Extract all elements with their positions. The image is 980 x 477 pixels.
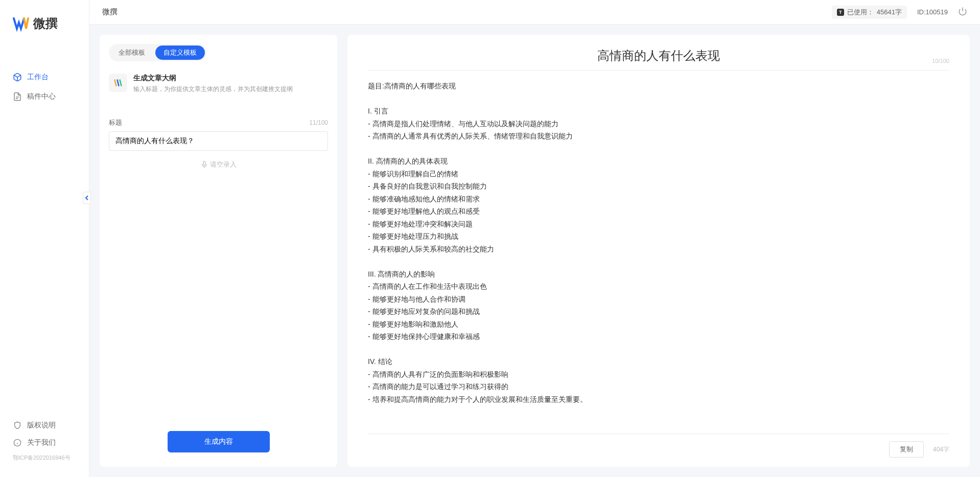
sidebar-footer: 版权说明 关于我们 鄂ICP备2022016946号 [0,417,89,477]
char-count: 404字 [933,445,949,454]
usage-label: 已使用： [847,8,874,17]
nav-workbench[interactable]: 工作台 [0,67,89,87]
sidebar: 微撰 工作台 稿件中心 版权说明 [0,0,89,477]
header: 微撰 T 已使用： 45641字 ID:100519 [89,0,980,25]
panel-right: 高情商的人有什么表现 10/100 题目:高情商的人有哪些表现 I. 引言 - … [347,35,970,467]
tabs: 全部模板 自定义模板 [109,44,206,61]
voice-hint[interactable]: 请空录入 [109,151,328,178]
output-body: 题目:高情商的人有哪些表现 I. 引言 - 高情商是指人们处理情绪、与他人互动以… [368,80,949,428]
header-right: T 已使用： 45641字 ID:100519 [832,6,967,19]
form-label: 标题 [109,118,122,127]
tab-custom-templates[interactable]: 自定义模板 [155,46,205,60]
title-input[interactable] [109,131,328,151]
template-icon [109,74,127,92]
doc-icon [13,92,22,101]
user-id: ID:100519 [917,8,948,16]
output-title: 高情商的人有什么表现 [597,48,720,64]
nav-label: 工作台 [27,73,49,82]
output-header: 高情商的人有什么表现 10/100 [368,48,949,71]
logo-text: 微撰 [33,15,58,32]
panel-left: 全部模板 自定义模板 生成文章大纲 输入标题，为你提供文章主体的灵感，并为其创建… [100,35,337,467]
logo-icon [13,15,29,32]
generate-button[interactable]: 生成内容 [168,431,270,452]
info-icon [13,438,22,447]
shield-icon [13,421,22,430]
collapse-handle[interactable] [83,192,91,204]
form-counter: 11/100 [309,119,328,126]
logo: 微撰 [0,0,89,42]
mic-icon [201,161,208,168]
nav-label: 关于我们 [27,438,56,447]
tab-all-templates[interactable]: 全部模板 [110,46,153,60]
nav-copyright[interactable]: 版权说明 [0,417,89,434]
chevron-left-icon [85,195,89,200]
nav: 工作台 稿件中心 [0,42,89,417]
header-title: 微撰 [102,7,118,17]
template-title: 生成文章大纲 [133,74,293,83]
usage-badge: T 已使用： 45641字 [832,6,907,19]
main: 微撰 T 已使用： 45641字 ID:100519 全部模板 自定义模板 [89,0,980,477]
nav-drafts[interactable]: 稿件中心 [0,87,89,106]
content: 全部模板 自定义模板 生成文章大纲 输入标题，为你提供文章主体的灵感，并为其创建… [89,25,980,477]
icp-text: 鄂ICP备2022016946号 [0,451,89,467]
form-label-row: 标题 11/100 [109,118,328,127]
template-card: 生成文章大纲 输入标题，为你提供文章主体的灵感，并为其创建推文提纲 [109,71,328,103]
nav-about[interactable]: 关于我们 [0,434,89,451]
box-icon [13,73,22,82]
output-title-counter: 10/100 [932,58,949,64]
voice-hint-text: 请空录入 [210,160,237,169]
nav-label: 稿件中心 [27,92,56,101]
usage-value: 45641字 [877,8,902,17]
form-section: 标题 11/100 [109,118,328,151]
text-badge-icon: T [837,9,844,16]
template-desc: 输入标题，为你提供文章主体的灵感，并为其创建推文提纲 [133,85,293,94]
power-icon[interactable] [958,7,967,17]
nav-label: 版权说明 [27,421,56,430]
output-footer: 复制 404字 [368,434,949,458]
template-info: 生成文章大纲 输入标题，为你提供文章主体的灵感，并为其创建推文提纲 [133,74,293,94]
copy-button[interactable]: 复制 [889,441,924,458]
